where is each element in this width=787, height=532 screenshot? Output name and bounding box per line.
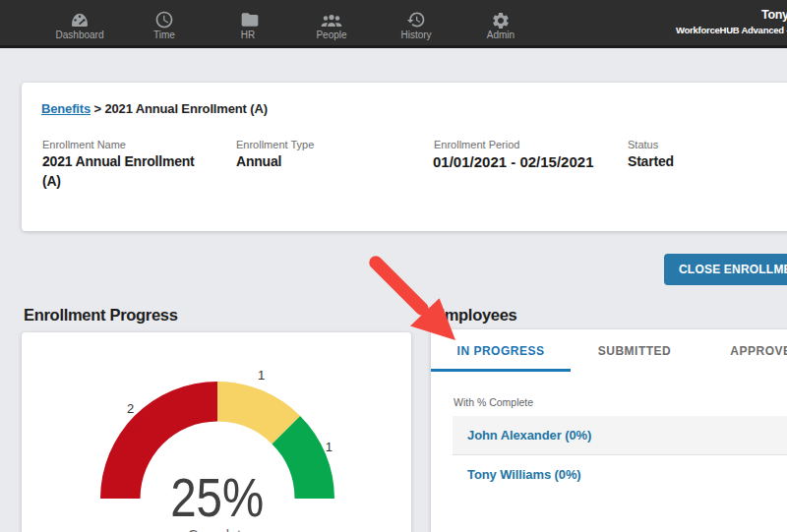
svg-text:25%: 25% — [170, 467, 264, 528]
svg-text:1: 1 — [326, 440, 333, 454]
svg-text:Complete: Complete — [188, 527, 249, 532]
svg-text:2: 2 — [127, 401, 134, 416]
svg-text:1: 1 — [258, 368, 265, 383]
